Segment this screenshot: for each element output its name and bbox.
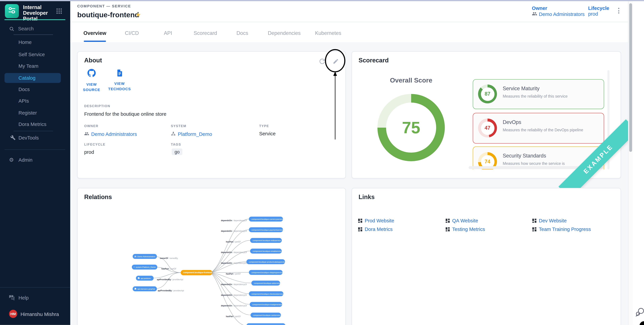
- sidebar-accent-line: [4, 19, 65, 20]
- graph-node-api-starwars-graphql[interactable]: api:starwars-graphql: [133, 287, 157, 291]
- graph-node-system-platform-demo[interactable]: system:Platform_Demo: [132, 265, 157, 270]
- wrench-icon: [10, 135, 16, 142]
- graph-node-cartservice[interactable]: component:boutique-cartservice: [250, 313, 281, 318]
- graph-node-partial[interactable]: [246, 323, 286, 325]
- sidebar-item-devtools[interactable]: DevTools: [0, 133, 70, 143]
- tab-cicd[interactable]: CI/CD: [125, 30, 139, 36]
- user-menu[interactable]: HM Himanshu Mishra: [0, 309, 70, 320]
- tab-api[interactable]: API: [164, 30, 172, 36]
- sidebar-item-my-team[interactable]: My Team: [0, 61, 70, 71]
- favorite-star-icon[interactable]: ★: [136, 11, 141, 18]
- refresh-button[interactable]: [319, 58, 326, 66]
- graph-node-checkoutservice[interactable]: component:boutique-checkoutservice: [249, 291, 284, 296]
- chat-widget-button[interactable]: [634, 307, 644, 319]
- dashboard-icon: [532, 227, 536, 231]
- sidebar-item-help[interactable]: ? Help: [0, 293, 70, 303]
- view-source-label: VIEW SOURCE: [79, 82, 104, 93]
- owner-link[interactable]: Demo Administrators: [532, 11, 584, 17]
- sidebar-item-register[interactable]: Register: [0, 108, 70, 118]
- edge-label: dependsOn / dependencyOf: [221, 220, 247, 222]
- view-source-button[interactable]: VIEW SOURCE: [79, 69, 104, 93]
- link-team-training-progress[interactable]: Team Training Progress: [532, 226, 591, 232]
- people-icon: [134, 255, 136, 258]
- link-testing-metrics[interactable]: Testing Metrics: [446, 226, 485, 232]
- graph-node-emailservice[interactable]: component:boutique-emailservice: [250, 249, 282, 254]
- dashboard-icon: [446, 219, 450, 223]
- graph-node-currencyservice[interactable]: component:boutique-currencyservice: [249, 217, 283, 222]
- lifecycle-field-label: LIFECYCLE: [84, 143, 106, 146]
- api-icon: [134, 288, 136, 290]
- graph-node-paymentservice[interactable]: component:boutique-paymentservice: [249, 227, 283, 232]
- active-tab-underline: [84, 40, 106, 42]
- metric-name: Security Standards: [503, 153, 546, 159]
- edge-label: dependsOn / dependencyOf: [221, 262, 247, 264]
- edge-label: dependsOn / dependencyOf: [221, 252, 247, 254]
- header-lifecycle: Lifecycle prod: [588, 5, 609, 17]
- sidebar-item-docs[interactable]: Docs: [0, 84, 70, 94]
- tab-docs[interactable]: Docs: [236, 30, 248, 36]
- owner-field-value[interactable]: Demo Administrators: [84, 130, 137, 138]
- description-label: DESCRIPTION: [84, 104, 110, 108]
- graph-node-api-petstore[interactable]: api:petstore: [136, 276, 154, 281]
- tab-kubernetes[interactable]: Kubernetes: [315, 30, 341, 36]
- graph-node-boutique-frontend[interactable]: component:boutique-frontend: [181, 270, 212, 275]
- link-qa-website[interactable]: QA Website: [446, 218, 478, 224]
- graph-edges: [77, 201, 345, 325]
- edit-pencil-button[interactable]: [333, 58, 339, 66]
- type-field-label: TYPE: [259, 124, 269, 128]
- about-title: About: [84, 57, 102, 64]
- metric-card-service-maturity[interactable]: 87 Service Maturity Measures the reliabi…: [473, 79, 604, 109]
- gear-icon: ⚙: [9, 156, 14, 163]
- kebab-menu[interactable]: [616, 8, 621, 15]
- corner-dot: [640, 321, 644, 325]
- sidebar-item-dora-metrics[interactable]: Dora Metrics: [0, 119, 70, 129]
- graph-node-adservice[interactable]: component:boutique-adservice: [251, 281, 280, 286]
- tag-chip[interactable]: go: [172, 149, 182, 155]
- metric-description: Measures how secure the service is: [503, 161, 564, 166]
- page: Internal Developer Portal Search Home Se…: [0, 0, 644, 325]
- page-scrollbar-track[interactable]: [628, 0, 634, 325]
- link-prod-website[interactable]: Prod Website: [358, 218, 394, 224]
- graph-node-productcatalogservice[interactable]: component:boutique-productcatalogservice: [246, 259, 285, 264]
- view-techdocs-label: VIEW TECHDOCS: [106, 81, 133, 92]
- page-title: boutique-frontend: [77, 11, 139, 19]
- api-icon: [138, 277, 140, 279]
- sidebar-item-self-service[interactable]: Self Service: [0, 50, 70, 59]
- about-card: About VIEW SOURCE VIEW TECHDOCS DESCRIPT…: [77, 51, 346, 178]
- graph-node-demo-administrators[interactable]: Demo Administrators: [133, 254, 157, 259]
- tab-dependencies[interactable]: Dependencies: [268, 30, 301, 36]
- breadcrumb: COMPONENT — SERVICE: [77, 4, 131, 8]
- sidebar-item-apis[interactable]: APIs: [0, 96, 70, 106]
- metric-card-devops[interactable]: 47 DevOps Measures the reliability of th…: [473, 113, 604, 144]
- view-techdocs-button[interactable]: VIEW TECHDOCS: [106, 69, 133, 92]
- app-switcher-icon[interactable]: [56, 8, 62, 16]
- graph-node-redisservice[interactable]: component:boutique-redisservice: [250, 238, 282, 243]
- metric-donut: 47: [478, 119, 497, 137]
- lifecycle-label: Lifecycle: [588, 5, 609, 11]
- links-title: Links: [358, 193, 375, 200]
- edge-label: hasPart / partOf: [226, 316, 240, 318]
- system-field-value[interactable]: Platform_Demo: [171, 130, 212, 138]
- link-dev-website[interactable]: Dev Website: [532, 218, 567, 224]
- page-scrollbar-thumb[interactable]: [629, 3, 632, 152]
- avatar: HM: [9, 310, 17, 318]
- sidebar-item-catalog[interactable]: Catalog: [0, 73, 70, 83]
- sidebar-item-admin[interactable]: ⚙ Admin: [0, 155, 70, 165]
- link-dora-metrics[interactable]: Dora Metrics: [358, 226, 393, 232]
- people-icon: [532, 11, 537, 17]
- scorecard-card: Scorecard Overall Score 75 87 Service Ma…: [352, 51, 621, 178]
- search-input[interactable]: Search: [0, 25, 70, 35]
- sidebar-item-home[interactable]: Home: [0, 37, 70, 47]
- edge-label: ownerOf / ownedBy: [160, 257, 178, 259]
- owner-label: Owner: [532, 5, 584, 11]
- search-placeholder: Search: [18, 26, 34, 31]
- graph-node-loadgenerator[interactable]: component:boutique-loadgenerator: [250, 302, 282, 307]
- metric-description: Measures the reliability of the DevOps p…: [503, 128, 583, 132]
- graph-node-shippingservice[interactable]: component:boutique-shippingservice: [249, 270, 283, 275]
- edge-label: dependsOn / dependencyOf: [221, 294, 247, 296]
- dashboard-icon: [532, 219, 536, 223]
- tab-scorecard[interactable]: Scorecard: [194, 30, 217, 36]
- edge-label: dependsOn / dependencyOf: [221, 230, 247, 232]
- tab-overview[interactable]: Overview: [84, 30, 106, 36]
- sidebar: Internal Developer Portal Search Home Se…: [0, 0, 70, 325]
